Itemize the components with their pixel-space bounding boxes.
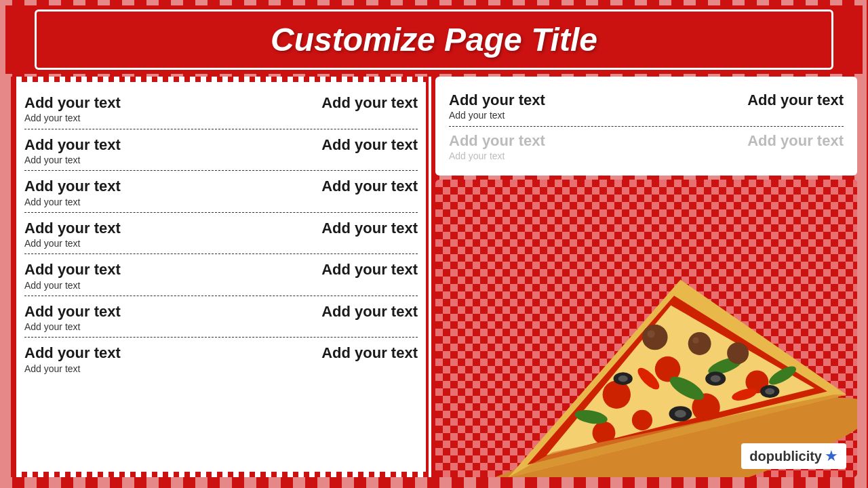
item-price[interactable]: Add your text [321,94,418,112]
menu-item-left: Add your text Add your text [24,220,241,250]
menu-row: Add your text Add your text Add your tex… [24,129,418,171]
menu-row: Add your text Add your text Add your tex… [24,87,418,129]
menu-row: Add your text Add your text Add your tex… [24,171,418,213]
menu-item-right: Add your text [260,178,418,195]
inner-wrapper: Customize Page Title Add your text Add y… [5,5,863,483]
menu-item-right: Add your text [260,344,418,362]
item-title[interactable]: Add your text [24,178,241,195]
item-price[interactable]: Add your text [321,303,418,321]
left-panel: Add your text Add your text Add your tex… [11,77,431,477]
menu-row: Add your text Add your text Add your tex… [24,338,418,379]
menu-item-right: Add your text [260,94,418,112]
menu-item-right: Add your text [686,132,844,150]
item-subtitle[interactable]: Add your text [24,279,241,291]
title-bar: Customize Page Title [5,5,863,74]
item-subtitle[interactable]: Add your text [24,112,241,124]
menu-item-left: Add your text Add your text [24,261,241,291]
page-title[interactable]: Customize Page Title [271,22,597,58]
item-title[interactable]: Add your text [24,261,241,279]
right-panel: Add your text Add your text Add your tex… [435,77,857,477]
menu-item-right: Add your text [686,92,844,109]
item-subtitle[interactable]: Add your text [24,237,241,249]
item-title[interactable]: Add your text [24,136,241,154]
menu-row: Add your text Add your text Add your tex… [24,296,418,338]
menu-item-left: Add your text Add your text [24,303,241,333]
item-price[interactable]: Add your text [747,92,844,109]
item-title[interactable]: Add your text [449,132,666,150]
right-menu-row-faded: Add your text Add your text Add your tex… [449,127,844,167]
menu-item-left: Add your text Add your text [24,178,241,208]
item-subtitle[interactable]: Add your text [24,154,241,166]
outer-border: Customize Page Title Add your text Add y… [0,0,868,488]
item-subtitle[interactable]: Add your text [24,363,241,375]
menu-item-left: Add your text Add your text [449,132,666,163]
right-top-menu: Add your text Add your text Add your tex… [435,77,857,176]
svg-point-23 [765,388,774,394]
menu-item-left: Add your text Add your text [24,344,241,375]
menu-item-right: Add your text [260,136,418,154]
item-subtitle[interactable]: Add your text [449,109,666,121]
menu-row: Add your text Add your text Add your tex… [24,254,418,296]
logo-text: dopublicity [749,449,822,464]
menu-item-left: Add your text Add your text [24,136,241,167]
item-price[interactable]: Add your text [321,220,418,237]
menu-row: Add your text Add your text Add your tex… [24,213,418,255]
item-subtitle[interactable]: Add your text [449,150,666,162]
menu-item-right: Add your text [260,220,418,237]
menu-item-right: Add your text [260,303,418,321]
item-price[interactable]: Add your text [321,261,418,279]
item-price[interactable]: Add your text [321,344,418,362]
svg-point-26 [727,342,749,364]
svg-point-20 [675,410,686,418]
main-content: Add your text Add your text Add your tex… [5,74,863,483]
svg-point-21 [711,375,721,382]
menu-item-left: Add your text Add your text [24,94,241,125]
item-price[interactable]: Add your text [747,132,844,150]
item-title[interactable]: Add your text [24,220,241,237]
item-subtitle[interactable]: Add your text [24,196,241,208]
svg-point-24 [642,325,668,350]
item-price[interactable]: Add your text [321,136,418,154]
svg-point-22 [618,375,628,382]
item-title[interactable]: Add your text [24,94,241,112]
dopublicity-logo: dopublicity ★ [741,443,846,469]
menu-item-left: Add your text Add your text [449,92,666,122]
menu-item-right: Add your text [260,261,418,279]
item-title[interactable]: Add your text [449,92,666,109]
svg-point-27 [647,330,654,338]
pizza-image-area: dopublicity ★ [435,180,857,477]
item-price[interactable]: Add your text [321,178,418,195]
item-subtitle[interactable]: Add your text [24,321,241,333]
logo-star-icon: ★ [825,447,838,465]
title-banner: Customize Page Title [35,9,833,70]
svg-point-28 [692,338,698,344]
svg-point-4 [603,381,631,409]
svg-point-25 [688,332,711,355]
right-menu-row: Add your text Add your text Add your tex… [449,86,844,127]
item-title[interactable]: Add your text [24,344,241,362]
item-title[interactable]: Add your text [24,303,241,321]
svg-point-9 [632,410,652,430]
